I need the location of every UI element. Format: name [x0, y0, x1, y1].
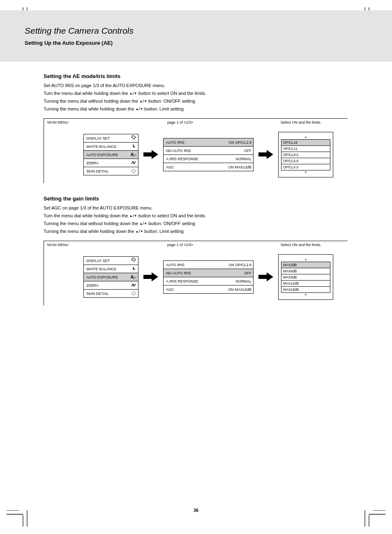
arrow-right-icon — [258, 150, 273, 159]
select-option: MAX15dB — [281, 286, 330, 293]
diagram-hint: page 1 of <1/3> — [167, 120, 193, 124]
menu-item: ND-AUTO IRISOFF — [163, 146, 254, 155]
page-number: 36 — [0, 508, 392, 513]
down-triangle-icon: ▼ — [144, 222, 147, 226]
section-heading: Setting the AE mode/iris limits — [44, 73, 348, 79]
wand-icon — [131, 143, 136, 150]
menu-item-label: AGC — [166, 165, 174, 169]
up-triangle-icon: ▲ — [139, 99, 143, 103]
menu-item: AUTO IRISON OP/CL2.8 — [163, 260, 254, 269]
ae-icon: A▷ — [131, 152, 136, 157]
menu-item-label: ND-AUTO IRIS — [166, 271, 191, 275]
page-header: Setting the Camera Controls Setting Up t… — [0, 10, 392, 62]
menu-item-label: SKIN DETAIL — [86, 292, 108, 296]
diagram-panel: MAIN MENU page 1 of <1/3> Select ON and … — [44, 241, 348, 306]
arrow-right-icon — [258, 272, 273, 281]
menu-item-value: ON OP/CL2.8 — [228, 140, 251, 145]
menu-item-value: ON MAX12dB — [228, 288, 251, 292]
zebra-icon — [131, 282, 136, 289]
down-triangle-icon: ▼ — [134, 92, 137, 95]
main-content: Setting the AE mode/iris limits Set AUTO… — [44, 73, 348, 318]
menu-item-label: ND-AUTO IRIS — [166, 149, 191, 153]
body-text: Turn the menu dial while holding down th… — [44, 90, 348, 97]
body-text: Set AUTO IRIS on page 1/3 of the AUTO EX… — [44, 83, 348, 89]
menu-item-label: AUTO IRIS — [166, 140, 184, 145]
select-option: MAX12dB — [281, 280, 330, 287]
skin-icon — [131, 168, 136, 175]
eraser-icon — [131, 258, 136, 264]
menu-item: SKIN DETAIL — [83, 289, 138, 298]
menu-item-value: ON OP/CL2.8 — [228, 263, 251, 267]
menu-item-label: DISPLAY SET — [86, 259, 110, 263]
svg-point-3 — [132, 292, 135, 295]
section-ae-iris: Setting the AE mode/iris limits Set AUTO… — [44, 73, 348, 183]
diagram-hint: page 1 of <1/3> — [167, 243, 193, 247]
up-triangle-icon: ▲ — [135, 230, 138, 233]
menu-item-label: A.IRIS RESPONSE — [166, 157, 198, 161]
svg-point-1 — [132, 169, 135, 173]
menu-item-label: WHITE BALANCE — [86, 267, 117, 271]
menu-item-label: AUTO EXPOSURE — [86, 153, 118, 157]
body-text: Set AGC on page 1/3 of the AUTO EXPOSURE… — [44, 205, 348, 212]
menu-item: ND-AUTO IRISOFF — [163, 269, 254, 277]
menu-item: DISPLAY SET — [83, 134, 138, 143]
scroll-down-icon: ▼ — [281, 293, 330, 297]
scroll-up-icon: ▲ — [281, 257, 330, 261]
skin-icon — [131, 290, 136, 297]
svg-rect-0 — [131, 135, 136, 139]
select-option: MAX3dB — [281, 262, 330, 268]
body-text: Turning the menu dial without holding do… — [44, 98, 348, 105]
menu-item: AGCON MAX12dB — [163, 163, 254, 171]
menu-item: AUTO IRISON OP/CL2.8 — [163, 138, 254, 147]
diagram-hint: Select ON and the limits. — [281, 243, 321, 247]
menu-item-label: SKIN DETAIL — [86, 169, 108, 173]
menu-item-label: AUTO IRIS — [166, 263, 184, 267]
down-triangle-icon: ▼ — [140, 230, 143, 233]
down-triangle-icon: ▼ — [134, 214, 137, 218]
menu-item-value: OFF — [244, 271, 251, 275]
menu-item-label: WHITE BALANCE — [86, 145, 117, 149]
menu-item: AUTO EXPOSUREA▷ — [83, 150, 138, 159]
menu-item: WHITE BALANCE — [83, 265, 138, 273]
wand-icon — [131, 266, 136, 272]
menu-item-label: A.IRIS RESPONSE — [166, 279, 198, 283]
menu-item-value: NORMAL — [235, 279, 251, 283]
diagram-hint: MAIN MENU — [47, 243, 69, 247]
select-option: OP/CL8.0 — [281, 152, 330, 158]
menu-item: AUTO EXPOSUREA▷ — [83, 273, 138, 281]
menu-item-label: AGC — [166, 288, 174, 292]
diagram-hint: Select ON and the limits. — [281, 120, 321, 124]
menu-main: DISPLAY SETWHITE BALANCEAUTO EXPOSUREA▷Z… — [83, 256, 138, 297]
menu-item: AGCON MAX12dB — [163, 285, 254, 294]
menu-item-label: ZEBRA — [86, 283, 99, 288]
up-triangle-icon: ▲ — [129, 92, 133, 95]
up-triangle-icon: ▲ — [135, 107, 138, 111]
menu-item-label: DISPLAY SET — [86, 136, 110, 140]
select-option: MAX6dB — [281, 268, 330, 274]
select-option: MAX9dB — [281, 274, 330, 281]
up-triangle-icon: ▲ — [129, 214, 133, 218]
page-subtitle: Setting Up the Auto Exposure (AE) — [25, 40, 367, 46]
menu-item-value: ON MAX12dB — [228, 165, 251, 169]
page-title: Setting the Camera Controls — [25, 26, 367, 36]
body-text: Turning the menu dial while holding down… — [44, 106, 348, 113]
menu-item: SKIN DETAIL — [83, 167, 138, 175]
scroll-down-icon: ▼ — [281, 170, 330, 175]
section-heading: Setting the gain limits — [44, 196, 348, 202]
menu-item: A.IRIS RESPONSENORMAL — [163, 154, 254, 163]
menu-item-label: ZEBRA — [86, 161, 99, 165]
menu-item-value: OFF — [244, 149, 251, 153]
select-option: OP/CL5.6 — [281, 158, 330, 164]
diagram-hint: MAIN MENU — [47, 120, 69, 124]
select-option: OP/CL4.0 — [281, 164, 330, 170]
menu-item-value: NORMAL — [235, 157, 251, 161]
zebra-icon — [131, 160, 136, 166]
menu-item: WHITE BALANCE — [83, 142, 138, 151]
eraser-icon — [131, 135, 136, 142]
select-option: OP/CL11 — [281, 145, 330, 152]
menu-select: ▲ MAX3dBMAX6dBMAX9dBMAX12dBMAX15dB ▼ — [278, 254, 333, 300]
body-text: Turn the menu dial while holding down th… — [44, 213, 348, 219]
menu-select: ▲ OP/CL16OP/CL11OP/CL8.0OP/CL5.6OP/CL4.0… — [278, 132, 333, 177]
menu-sub: AUTO IRISON OP/CL2.8ND-AUTO IRISOFFA.IRI… — [163, 138, 254, 171]
menu-item: ZEBRA — [83, 281, 138, 290]
